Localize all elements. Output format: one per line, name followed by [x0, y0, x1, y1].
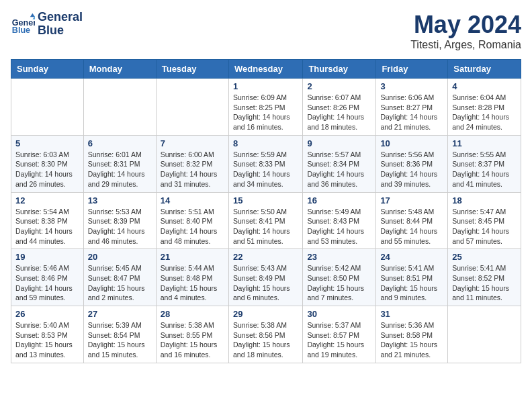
day-number: 9 [307, 138, 371, 148]
calendar-cell: 16Sunrise: 5:49 AM Sunset: 8:43 PM Dayli… [303, 192, 376, 249]
day-number: 2 [307, 81, 371, 91]
header-sunday: Sunday [11, 60, 84, 79]
calendar-cell: 6Sunrise: 6:01 AM Sunset: 8:31 PM Daylig… [83, 135, 156, 192]
week-row-5: 26Sunrise: 5:40 AM Sunset: 8:53 PM Dayli… [11, 306, 521, 363]
day-number: 10 [380, 138, 443, 148]
day-number: 17 [380, 195, 443, 205]
day-number: 1 [233, 81, 298, 91]
day-detail: Sunrise: 5:51 AM Sunset: 8:40 PM Dayligh… [161, 207, 224, 246]
day-number: 5 [15, 138, 79, 148]
week-row-1: 1Sunrise: 6:09 AM Sunset: 8:25 PM Daylig… [11, 79, 521, 136]
calendar-cell: 22Sunrise: 5:43 AM Sunset: 8:49 PM Dayli… [228, 249, 302, 306]
logo-icon: General Blue [11, 12, 35, 36]
week-row-4: 19Sunrise: 5:46 AM Sunset: 8:46 PM Dayli… [11, 249, 521, 306]
day-number: 29 [233, 309, 298, 319]
calendar-cell: 21Sunrise: 5:44 AM Sunset: 8:48 PM Dayli… [156, 249, 228, 306]
header-saturday: Saturday [448, 60, 521, 79]
day-number: 4 [452, 81, 517, 91]
header-row: SundayMondayTuesdayWednesdayThursdayFrid… [11, 60, 521, 79]
logo-text: General Blue [38, 11, 83, 38]
calendar-cell: 23Sunrise: 5:42 AM Sunset: 8:50 PM Dayli… [303, 249, 376, 306]
day-detail: Sunrise: 6:03 AM Sunset: 8:30 PM Dayligh… [15, 150, 79, 189]
day-detail: Sunrise: 5:38 AM Sunset: 8:56 PM Dayligh… [233, 320, 298, 360]
day-number: 12 [15, 195, 79, 205]
logo: General Blue General Blue [11, 11, 83, 38]
calendar-cell: 24Sunrise: 5:41 AM Sunset: 8:51 PM Dayli… [376, 249, 448, 306]
calendar-cell: 10Sunrise: 5:56 AM Sunset: 8:36 PM Dayli… [376, 135, 448, 192]
calendar-cell: 20Sunrise: 5:45 AM Sunset: 8:47 PM Dayli… [83, 249, 156, 306]
calendar-cell: 14Sunrise: 5:51 AM Sunset: 8:40 PM Dayli… [156, 192, 228, 249]
day-number: 3 [380, 81, 443, 91]
header-tuesday: Tuesday [156, 60, 228, 79]
logo-line2: Blue [38, 24, 83, 38]
week-row-3: 12Sunrise: 5:54 AM Sunset: 8:38 PM Dayli… [11, 192, 521, 249]
logo-line1: General [38, 11, 83, 24]
day-number: 13 [88, 195, 152, 205]
page-header: General Blue General Blue May 2024 Tites… [11, 11, 521, 51]
calendar-cell: 29Sunrise: 5:38 AM Sunset: 8:56 PM Dayli… [228, 306, 302, 363]
day-number: 18 [452, 195, 517, 205]
day-detail: Sunrise: 5:41 AM Sunset: 8:51 PM Dayligh… [380, 263, 443, 303]
day-detail: Sunrise: 6:06 AM Sunset: 8:27 PM Dayligh… [380, 93, 443, 132]
day-detail: Sunrise: 5:37 AM Sunset: 8:57 PM Dayligh… [307, 320, 371, 360]
day-detail: Sunrise: 5:41 AM Sunset: 8:52 PM Dayligh… [452, 263, 517, 303]
calendar-cell: 12Sunrise: 5:54 AM Sunset: 8:38 PM Dayli… [11, 192, 84, 249]
week-row-2: 5Sunrise: 6:03 AM Sunset: 8:30 PM Daylig… [11, 135, 521, 192]
day-number: 6 [88, 138, 152, 148]
day-detail: Sunrise: 5:50 AM Sunset: 8:41 PM Dayligh… [233, 207, 298, 246]
day-number: 16 [307, 195, 371, 205]
day-number: 22 [233, 252, 298, 262]
day-number: 11 [452, 138, 517, 148]
calendar-body: 1Sunrise: 6:09 AM Sunset: 8:25 PM Daylig… [11, 79, 521, 363]
calendar-cell [11, 79, 84, 136]
calendar-cell: 5Sunrise: 6:03 AM Sunset: 8:30 PM Daylig… [11, 135, 84, 192]
calendar-cell: 31Sunrise: 5:36 AM Sunset: 8:58 PM Dayli… [376, 306, 448, 363]
day-detail: Sunrise: 5:38 AM Sunset: 8:55 PM Dayligh… [161, 320, 224, 360]
day-detail: Sunrise: 5:53 AM Sunset: 8:39 PM Dayligh… [88, 207, 152, 246]
svg-marker-2 [30, 13, 35, 17]
day-number: 20 [88, 252, 152, 262]
day-detail: Sunrise: 5:39 AM Sunset: 8:54 PM Dayligh… [88, 320, 152, 360]
day-number: 24 [380, 252, 443, 262]
calendar-cell: 15Sunrise: 5:50 AM Sunset: 8:41 PM Dayli… [228, 192, 302, 249]
calendar-cell: 28Sunrise: 5:38 AM Sunset: 8:55 PM Dayli… [156, 306, 228, 363]
day-detail: Sunrise: 6:01 AM Sunset: 8:31 PM Dayligh… [88, 150, 152, 189]
day-detail: Sunrise: 5:47 AM Sunset: 8:45 PM Dayligh… [452, 207, 517, 246]
calendar-header: SundayMondayTuesdayWednesdayThursdayFrid… [11, 60, 521, 79]
calendar-cell: 2Sunrise: 6:07 AM Sunset: 8:26 PM Daylig… [303, 79, 376, 136]
day-detail: Sunrise: 6:00 AM Sunset: 8:32 PM Dayligh… [161, 150, 224, 189]
day-number: 30 [307, 309, 371, 319]
calendar-cell: 17Sunrise: 5:48 AM Sunset: 8:44 PM Dayli… [376, 192, 448, 249]
day-detail: Sunrise: 5:40 AM Sunset: 8:53 PM Dayligh… [15, 320, 79, 360]
day-detail: Sunrise: 5:57 AM Sunset: 8:34 PM Dayligh… [307, 150, 371, 189]
calendar-cell: 8Sunrise: 5:59 AM Sunset: 8:33 PM Daylig… [228, 135, 302, 192]
calendar-cell [83, 79, 156, 136]
day-detail: Sunrise: 5:44 AM Sunset: 8:48 PM Dayligh… [161, 263, 224, 303]
day-detail: Sunrise: 5:46 AM Sunset: 8:46 PM Dayligh… [15, 263, 79, 303]
calendar-cell: 4Sunrise: 6:04 AM Sunset: 8:28 PM Daylig… [448, 79, 521, 136]
day-detail: Sunrise: 5:45 AM Sunset: 8:47 PM Dayligh… [88, 263, 152, 303]
day-detail: Sunrise: 6:07 AM Sunset: 8:26 PM Dayligh… [307, 93, 371, 132]
calendar-cell: 27Sunrise: 5:39 AM Sunset: 8:54 PM Dayli… [83, 306, 156, 363]
day-number: 27 [88, 309, 152, 319]
day-detail: Sunrise: 5:48 AM Sunset: 8:44 PM Dayligh… [380, 207, 443, 246]
day-detail: Sunrise: 5:42 AM Sunset: 8:50 PM Dayligh… [307, 263, 371, 303]
calendar-cell [156, 79, 228, 136]
day-number: 8 [233, 138, 298, 148]
calendar-title: May 2024 [410, 11, 521, 39]
day-number: 23 [307, 252, 371, 262]
calendar-cell: 3Sunrise: 6:06 AM Sunset: 8:27 PM Daylig… [376, 79, 448, 136]
day-detail: Sunrise: 6:04 AM Sunset: 8:28 PM Dayligh… [452, 93, 517, 132]
day-number: 7 [161, 138, 224, 148]
day-number: 28 [161, 309, 224, 319]
calendar-cell: 13Sunrise: 5:53 AM Sunset: 8:39 PM Dayli… [83, 192, 156, 249]
day-detail: Sunrise: 5:49 AM Sunset: 8:43 PM Dayligh… [307, 207, 371, 246]
day-detail: Sunrise: 5:36 AM Sunset: 8:58 PM Dayligh… [380, 320, 443, 360]
calendar-cell: 7Sunrise: 6:00 AM Sunset: 8:32 PM Daylig… [156, 135, 228, 192]
calendar-subtitle: Titesti, Arges, Romania [410, 39, 521, 51]
day-number: 31 [380, 309, 443, 319]
day-detail: Sunrise: 5:56 AM Sunset: 8:36 PM Dayligh… [380, 150, 443, 189]
header-monday: Monday [83, 60, 156, 79]
day-detail: Sunrise: 5:59 AM Sunset: 8:33 PM Dayligh… [233, 150, 298, 189]
day-detail: Sunrise: 6:09 AM Sunset: 8:25 PM Dayligh… [233, 93, 298, 132]
